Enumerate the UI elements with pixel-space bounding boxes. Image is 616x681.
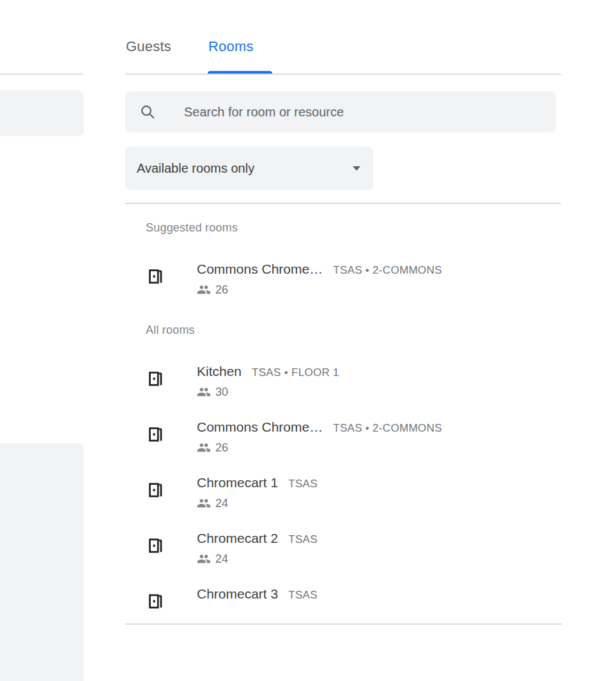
room-icon-col xyxy=(147,262,197,297)
meeting-room-door-icon xyxy=(147,265,166,287)
tabs-divider xyxy=(125,74,561,75)
room-icon-col xyxy=(147,364,197,399)
room-icon-col xyxy=(147,531,197,566)
room-name: Commons Chrome… xyxy=(197,419,323,435)
room-location: TSAS xyxy=(288,478,318,490)
people-icon xyxy=(197,441,211,455)
room-title-line: Commons Chrome… TSAS • 2-COMMONS xyxy=(197,262,616,277)
room-title-line: Chromecart 2 TSAS xyxy=(197,531,616,546)
availability-filter-label: Available rooms only xyxy=(137,161,254,176)
room-list-item[interactable]: Chromecart 3 TSAS xyxy=(0,586,616,622)
search-icon xyxy=(139,104,156,120)
meeting-room-door-icon xyxy=(147,590,166,612)
meeting-room-door-icon xyxy=(147,535,166,556)
room-name: Chromecart 2 xyxy=(197,531,278,546)
room-search-bar[interactable] xyxy=(125,91,556,132)
room-capacity: 26 xyxy=(215,441,228,455)
room-location: TSAS • FLOOR 1 xyxy=(252,366,339,379)
list-bottom-divider xyxy=(125,623,562,625)
room-location: TSAS xyxy=(288,533,318,546)
room-capacity: 24 xyxy=(215,497,228,510)
rooms-list: Suggested rooms Commons Chrome… TSAS • 2… xyxy=(0,203,616,623)
room-list-item[interactable]: Commons Chrome… TSAS • 2-COMMONS 26 xyxy=(0,419,616,455)
room-search-input[interactable] xyxy=(184,105,546,120)
room-capacity-line: 24 xyxy=(197,552,616,566)
meeting-room-door-icon xyxy=(147,368,166,389)
room-title-line: Commons Chrome… TSAS • 2-COMMONS xyxy=(197,419,616,435)
section-header: Suggested rooms xyxy=(146,221,616,235)
left-panel-field-fragment xyxy=(0,90,84,136)
room-text: Chromecart 3 TSAS xyxy=(197,586,616,622)
room-list-item[interactable]: Kitchen TSAS • FLOOR 1 30 xyxy=(0,364,616,399)
room-location: TSAS xyxy=(288,589,318,602)
room-list-item[interactable]: Commons Chrome… TSAS • 2-COMMONS 26 xyxy=(0,262,616,297)
room-capacity-line: 26 xyxy=(197,441,616,455)
room-title-line: Kitchen TSAS • FLOOR 1 xyxy=(197,364,616,379)
room-name: Commons Chrome… xyxy=(197,262,323,277)
room-capacity: 26 xyxy=(215,283,228,297)
section-header: All rooms xyxy=(146,324,616,337)
room-location: TSAS • 2-COMMONS xyxy=(333,422,442,435)
tab-rooms[interactable]: Rooms xyxy=(208,38,254,55)
people-icon xyxy=(197,283,211,297)
room-text: Chromecart 1 TSAS 24 xyxy=(197,475,616,510)
availability-filter-dropdown[interactable]: Available rooms only xyxy=(125,146,373,190)
room-title-line: Chromecart 3 TSAS xyxy=(197,586,616,602)
room-list-item[interactable]: Chromecart 1 TSAS 24 xyxy=(0,475,616,510)
left-panel-divider xyxy=(0,74,83,75)
room-list-item[interactable]: Chromecart 2 TSAS 24 xyxy=(0,531,616,566)
meeting-room-door-icon xyxy=(147,423,166,445)
room-name: Chromecart 3 xyxy=(197,586,278,602)
room-location: TSAS • 2-COMMONS xyxy=(333,264,442,277)
room-capacity: 30 xyxy=(215,386,228,399)
room-name: Chromecart 1 xyxy=(197,475,278,490)
room-icon-col xyxy=(147,419,197,455)
meeting-room-door-icon xyxy=(147,479,166,501)
room-name: Kitchen xyxy=(197,364,242,379)
room-icon-col xyxy=(147,586,197,622)
people-icon xyxy=(197,552,211,566)
tab-guests[interactable]: Guests xyxy=(126,38,171,55)
people-icon xyxy=(197,496,211,510)
room-capacity-line: 30 xyxy=(197,385,616,399)
room-icon-col xyxy=(147,475,197,510)
room-text: Commons Chrome… TSAS • 2-COMMONS 26 xyxy=(197,419,616,455)
room-capacity-line: 24 xyxy=(197,496,616,510)
room-text: Chromecart 2 TSAS 24 xyxy=(197,531,616,566)
people-icon xyxy=(197,385,211,399)
room-text: Commons Chrome… TSAS • 2-COMMONS 26 xyxy=(197,262,616,297)
caret-down-icon xyxy=(353,166,360,171)
room-capacity: 24 xyxy=(215,552,228,566)
room-capacity-line: 26 xyxy=(197,283,616,297)
room-text: Kitchen TSAS • FLOOR 1 30 xyxy=(197,364,616,399)
room-title-line: Chromecart 1 TSAS xyxy=(197,475,616,490)
